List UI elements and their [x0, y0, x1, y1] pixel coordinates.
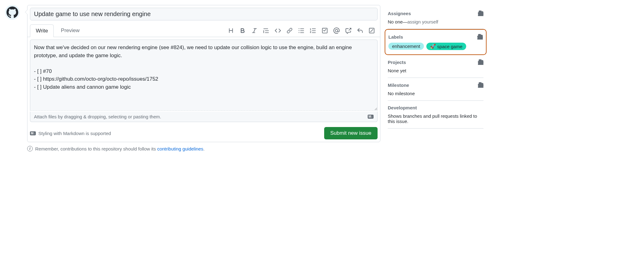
gear-icon[interactable] — [477, 34, 483, 40]
bold-icon[interactable] — [239, 27, 246, 34]
markdown-badge-icon: M↓ — [368, 115, 374, 119]
issue-title-input[interactable] — [30, 8, 378, 20]
task-list-icon[interactable] — [321, 27, 328, 34]
label-space-game[interactable]: 🚀space game — [426, 43, 466, 50]
code-icon[interactable] — [274, 27, 281, 34]
attach-hint-text: Attach files by dragging & dropping, sel… — [34, 114, 161, 119]
quote-icon[interactable] — [263, 27, 270, 34]
milestone-title: Milestone — [388, 83, 409, 88]
contributing-guidelines-link[interactable]: contributing guidelines — [157, 146, 203, 151]
markdown-support-link[interactable]: M↓ Styling with Markdown is supported — [30, 131, 111, 136]
assignees-title: Assignees — [388, 11, 411, 16]
guidelines-suffix: . — [203, 146, 204, 151]
contributing-guidelines-note: i Remember, contributions to this reposi… — [27, 146, 380, 151]
labels-title: Labels — [388, 34, 403, 40]
link-icon[interactable] — [286, 27, 293, 34]
assignees-section: Assignees No one—assign yourself — [388, 6, 483, 29]
avatar[interactable] — [5, 5, 20, 20]
tab-preview[interactable]: Preview — [55, 24, 85, 37]
projects-value: None yet — [388, 68, 483, 73]
projects-title: Projects — [388, 60, 406, 65]
info-icon: i — [27, 146, 33, 151]
reply-icon[interactable] — [357, 27, 363, 34]
development-title: Development — [388, 105, 417, 110]
milestone-value: No milestone — [388, 91, 483, 96]
heading-icon[interactable] — [228, 27, 234, 34]
labels-section: Labels enhancement 🚀space game — [385, 29, 487, 55]
markdown-toolbar — [228, 27, 378, 34]
submit-new-issue-button[interactable]: Submit new issue — [324, 127, 378, 139]
markdown-support-text: Styling with Markdown is supported — [38, 131, 111, 136]
issue-body-textarea[interactable]: Now that we've decided on our new render… — [30, 40, 378, 111]
unordered-list-icon[interactable] — [298, 27, 305, 34]
development-section: Development Shows branches and pull requ… — [388, 101, 483, 129]
markdown-badge-icon: M↓ — [30, 131, 36, 135]
assign-yourself-link[interactable]: assign yourself — [407, 19, 438, 24]
diff-icon[interactable] — [368, 27, 375, 34]
italic-icon[interactable] — [251, 27, 258, 34]
guidelines-prefix: Remember, contributions to this reposito… — [35, 146, 157, 151]
label-enhancement[interactable]: enhancement — [388, 43, 424, 50]
ordered-list-icon[interactable] — [310, 27, 316, 34]
rocket-icon: 🚀 — [430, 44, 436, 49]
gear-icon[interactable] — [478, 82, 483, 88]
milestone-section: Milestone No milestone — [388, 78, 483, 101]
development-text: Shows branches and pull requests linked … — [388, 113, 483, 124]
mention-icon[interactable] — [333, 27, 340, 34]
new-issue-form: Write Preview — [27, 5, 380, 142]
tab-write[interactable]: Write — [30, 24, 54, 37]
projects-section: Projects None yet — [388, 55, 483, 78]
gear-icon[interactable] — [478, 11, 483, 16]
assignees-none-text: No one— — [388, 19, 407, 24]
cross-reference-icon[interactable] — [345, 27, 352, 34]
gear-icon[interactable] — [478, 59, 483, 65]
attach-files-bar[interactable]: Attach files by dragging & dropping, sel… — [30, 112, 378, 122]
